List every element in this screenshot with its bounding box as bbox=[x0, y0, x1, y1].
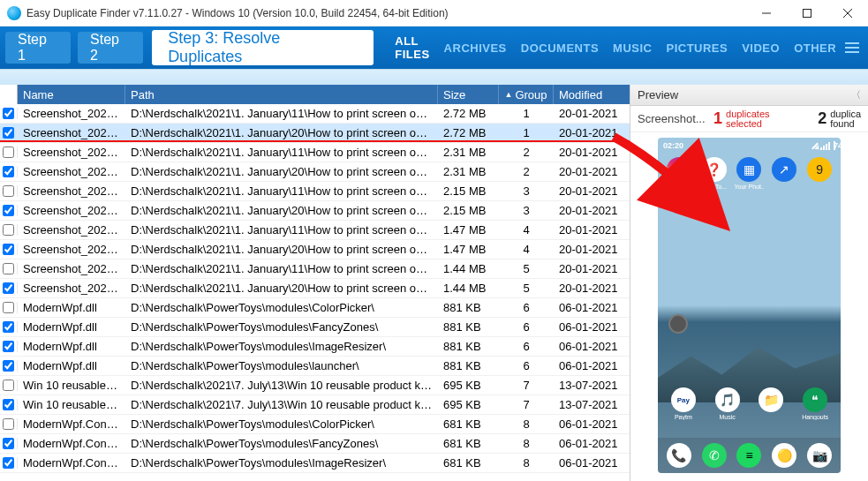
row-checkbox[interactable] bbox=[3, 380, 14, 391]
sort-ascending-icon: ▲ bbox=[504, 90, 512, 99]
row-checkbox[interactable] bbox=[3, 205, 14, 216]
row-size: 881 KB bbox=[438, 320, 499, 334]
row-checkbox[interactable] bbox=[3, 127, 14, 139]
row-group: 6 bbox=[499, 301, 554, 314]
row-modified: 06-01-2021 bbox=[554, 340, 630, 353]
category-video[interactable]: Video bbox=[742, 41, 780, 55]
table-row[interactable]: ModernWpf.Controls...D:\Nerdschalk\Power… bbox=[0, 415, 630, 434]
file-list-panel: ✓ Name Path Size ▲Group Modified Screens… bbox=[0, 85, 630, 481]
row-checkbox-cell bbox=[0, 224, 18, 236]
row-checkbox[interactable] bbox=[3, 399, 14, 410]
row-size: 881 KB bbox=[438, 301, 499, 314]
column-header-modified[interactable]: Modified bbox=[554, 85, 630, 104]
row-group: 8 bbox=[499, 417, 554, 431]
window-minimize-button[interactable] bbox=[746, 0, 787, 26]
preview-header[interactable]: Preview 〈 bbox=[630, 85, 868, 106]
table-row[interactable]: Screenshot_202101...D:\Nerdschalk\2021\1… bbox=[0, 143, 630, 162]
table-row[interactable]: ModernWpf.dllD:\Nerdschalk\PowerToys\mod… bbox=[0, 298, 630, 318]
menu-button[interactable] bbox=[836, 26, 868, 69]
category-documents[interactable]: Documents bbox=[521, 41, 599, 55]
table-row[interactable]: ModernWpf.Controls...D:\Nerdschalk\Power… bbox=[0, 454, 630, 473]
top-toolbar: Step 1 Step 2 Step 3: Resolve Duplicates… bbox=[0, 26, 868, 69]
tab-step-2[interactable]: Step 2 bbox=[78, 32, 143, 64]
row-checkbox[interactable] bbox=[3, 341, 14, 352]
row-checkbox[interactable] bbox=[3, 147, 14, 158]
row-checkbox[interactable] bbox=[3, 224, 14, 236]
row-name: Screenshot_202101... bbox=[18, 107, 125, 120]
window-maximize-button[interactable] bbox=[787, 0, 827, 26]
row-modified: 13-07-2021 bbox=[554, 379, 630, 392]
row-path: D:\Nerdschalk\PowerToys\modules\ImageRes… bbox=[125, 456, 438, 470]
row-checkbox[interactable] bbox=[3, 360, 14, 372]
table-row[interactable]: ModernWpf.dllD:\Nerdschalk\PowerToys\mod… bbox=[0, 337, 630, 357]
row-name: ModernWpf.dll bbox=[18, 340, 125, 353]
row-name: ModernWpf.dll bbox=[18, 359, 125, 372]
table-row[interactable]: Screenshot_202101...D:\Nerdschalk\2021\1… bbox=[0, 221, 630, 240]
table-row[interactable]: Win 10 reusable pro...D:\Nerdschalk\2021… bbox=[0, 376, 630, 395]
row-modified: 20-01-2021 bbox=[554, 223, 630, 237]
row-checkbox[interactable] bbox=[3, 457, 14, 469]
category-music[interactable]: Music bbox=[613, 41, 652, 55]
table-row[interactable]: Screenshot_202101...D:\Nerdschalk\2021\1… bbox=[0, 259, 630, 279]
row-checkbox[interactable] bbox=[3, 418, 14, 430]
row-checkbox[interactable] bbox=[3, 321, 14, 333]
table-row[interactable]: Screenshot_202101...D:\Nerdschalk\2021\1… bbox=[0, 124, 630, 143]
row-checkbox[interactable] bbox=[3, 166, 14, 177]
table-row[interactable]: Screenshot_202101...D:\Nerdschalk\2021\1… bbox=[0, 240, 630, 259]
column-header-group[interactable]: ▲Group bbox=[499, 85, 554, 104]
table-row[interactable]: Screenshot_202101...D:\Nerdschalk\2021\1… bbox=[0, 201, 630, 221]
column-header-name[interactable]: Name bbox=[18, 85, 125, 104]
row-name: Screenshot_202101... bbox=[18, 223, 125, 237]
column-header-checkbox[interactable]: ✓ bbox=[0, 85, 18, 104]
row-size: 1.44 MB bbox=[438, 262, 499, 275]
table-row[interactable]: Screenshot_202101...D:\Nerdschalk\2021\1… bbox=[0, 162, 630, 182]
table-row[interactable]: ModernWpf.dllD:\Nerdschalk\PowerToys\mod… bbox=[0, 318, 630, 337]
app-icon bbox=[7, 6, 21, 20]
row-modified: 20-01-2021 bbox=[554, 243, 630, 256]
category-all-files[interactable]: All Files bbox=[395, 34, 429, 61]
row-path: D:\Nerdschalk\PowerToys\modules\launcher… bbox=[125, 359, 438, 372]
table-row[interactable]: Screenshot_202101...D:\Nerdschalk\2021\1… bbox=[0, 182, 630, 201]
row-size: 1.47 MB bbox=[438, 223, 499, 237]
row-modified: 06-01-2021 bbox=[554, 456, 630, 470]
row-checkbox[interactable] bbox=[3, 438, 14, 449]
title-bar: Easy Duplicate Finder v7.11.0.27 - Windo… bbox=[0, 0, 868, 26]
row-size: 2.15 MB bbox=[438, 184, 499, 198]
table-row[interactable]: Screenshot_202101...D:\Nerdschalk\2021\1… bbox=[0, 104, 630, 124]
tab-step-3[interactable]: Step 3: Resolve Duplicates bbox=[152, 30, 374, 65]
row-checkbox[interactable] bbox=[3, 282, 14, 294]
row-path: D:\Nerdschalk\PowerToys\modules\FancyZon… bbox=[125, 437, 438, 450]
row-group: 4 bbox=[499, 243, 554, 256]
preview-title: Preview bbox=[638, 88, 678, 101]
category-archives[interactable]: Archives bbox=[444, 41, 507, 55]
row-checkbox[interactable] bbox=[3, 263, 14, 274]
window-close-button[interactable] bbox=[827, 0, 868, 26]
row-checkbox-cell bbox=[0, 263, 18, 274]
row-group: 5 bbox=[499, 262, 554, 275]
row-checkbox-cell bbox=[0, 457, 18, 469]
row-modified: 20-01-2021 bbox=[554, 282, 630, 295]
column-header-path[interactable]: Path bbox=[125, 85, 438, 104]
row-name: Screenshot_202101... bbox=[18, 146, 125, 159]
row-checkbox-cell bbox=[0, 166, 18, 177]
table-row[interactable]: Win 10 reusable pro...D:\Nerdschalk\2021… bbox=[0, 395, 630, 415]
row-checkbox[interactable] bbox=[3, 244, 14, 255]
row-checkbox[interactable] bbox=[3, 185, 14, 197]
row-path: D:\Nerdschalk\2021\1. January\11\How to … bbox=[125, 146, 438, 159]
column-header-size[interactable]: Size bbox=[438, 85, 499, 104]
category-pictures[interactable]: Pictures bbox=[666, 41, 728, 55]
table-row[interactable]: ModernWpf.dllD:\Nerdschalk\PowerToys\mod… bbox=[0, 357, 630, 376]
row-path: D:\Nerdschalk\2021\1. January\11\How to … bbox=[125, 107, 438, 120]
category-other[interactable]: Other bbox=[794, 41, 836, 55]
row-checkbox-cell bbox=[0, 282, 18, 294]
row-group: 4 bbox=[499, 223, 554, 237]
tab-step-1[interactable]: Step 1 bbox=[5, 32, 71, 64]
camera-shortcut-icon bbox=[668, 314, 688, 334]
table-row[interactable]: ModernWpf.Controls...D:\Nerdschalk\Power… bbox=[0, 434, 630, 454]
row-checkbox[interactable] bbox=[3, 302, 14, 313]
row-checkbox[interactable] bbox=[3, 108, 14, 119]
table-row[interactable]: Screenshot_202101...D:\Nerdschalk\2021\1… bbox=[0, 279, 630, 298]
row-modified: 13-07-2021 bbox=[554, 398, 630, 411]
svg-rect-1 bbox=[804, 9, 811, 17]
row-modified: 20-01-2021 bbox=[554, 184, 630, 198]
